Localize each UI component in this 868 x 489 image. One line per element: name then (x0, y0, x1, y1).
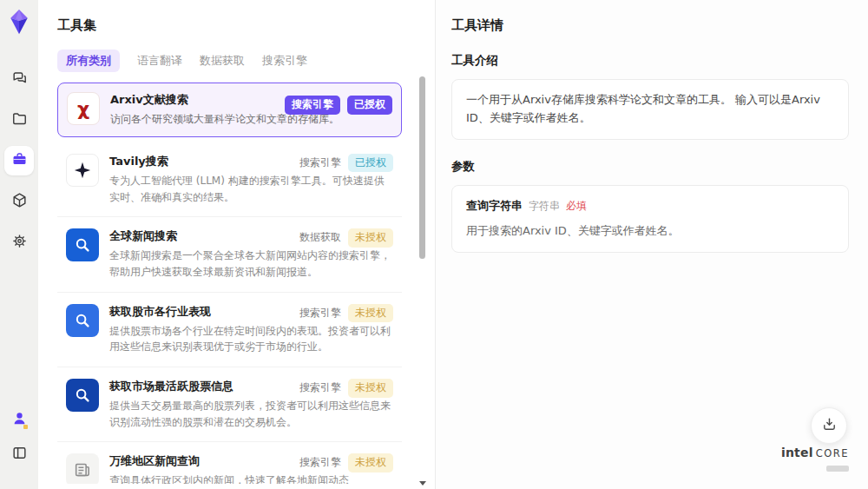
intel-ultra-badge (826, 466, 849, 472)
auth-status-badge: 已授权 (347, 96, 392, 115)
tab-data-fetch[interactable]: 数据获取 (200, 50, 245, 72)
param-required-badge: 必填 (566, 200, 587, 212)
download-icon (821, 416, 838, 436)
auth-status-badge: 未授权 (348, 228, 393, 248)
tool-badges: 搜索引擎 未授权 (299, 304, 393, 323)
tool-detail-panel: 工具详情 工具介绍 一个用于从Arxiv存储库搜索科学论文和文章的工具。 输入可… (436, 0, 868, 489)
list-item-arxiv-search[interactable]: χ Arxiv文献搜索 访问各个研究领域大量科学论文和文章的存储库。 搜索引擎 … (57, 83, 402, 137)
param-name: 查询字符串 (466, 199, 523, 212)
category-badge: 搜索引擎 (299, 453, 341, 472)
news-search-icon (66, 228, 99, 261)
category-badge: 搜索引擎 (299, 154, 341, 173)
briefcase-icon (11, 151, 28, 171)
list-scrollbar[interactable] (419, 73, 425, 486)
regional-news-icon (66, 453, 99, 484)
intel-wordmark: intel (781, 446, 813, 459)
intro-text: 一个用于从Arxiv存储库搜索科学论文和文章的工具。 输入可以是Arxiv ID… (466, 93, 820, 124)
auth-status-badge: 未授权 (348, 453, 393, 472)
core-wordmark: CORE (816, 447, 849, 459)
sidebar-item-toolbox[interactable] (4, 146, 34, 175)
app-logo-gem-icon (8, 9, 30, 35)
list-item-tavily-search[interactable]: Tavily搜索 专为人工智能代理 (LLM) 构建的搜索引擎工具。可快速提供实… (57, 142, 402, 217)
intro-heading: 工具介绍 (451, 53, 849, 69)
gear-icon (11, 233, 28, 253)
auth-status-badge: 已授权 (348, 154, 393, 173)
detail-title: 工具详情 (451, 17, 849, 34)
left-rail (0, 0, 38, 489)
stock-active-icon (66, 379, 99, 412)
tab-search-engine[interactable]: 搜索引擎 (262, 50, 307, 72)
tool-description: 全球新闻搜索是一个聚合全球各大新闻网站内容的搜索引擎，帮助用户快速获取全球最新资… (109, 248, 393, 280)
param-box: 查询字符串字符串必填 用于搜索的Arxiv ID、关键字或作者姓名。 (451, 185, 849, 254)
tool-description: 查询具体行政区划内的新闻，快速了解各地新闻动态 (109, 472, 393, 484)
tool-description: 提供股票市场各个行业在特定时间段内的表现。投资者可以利用这些信息来识别表现优于或… (109, 323, 393, 355)
scrollbar-thumb[interactable] (419, 76, 425, 259)
list-item-stock-industry-performance[interactable]: 获取股市各行业表现 提供股票市场各个行业在特定时间段内的表现。投资者可以利用这些… (57, 293, 402, 367)
sidebar-item-packages[interactable] (4, 187, 34, 216)
param-header: 查询字符串字符串必填 (466, 197, 834, 215)
intel-core-logo: intelCORE (781, 446, 849, 475)
tool-list: χ Arxiv文献搜索 访问各个研究领域大量科学论文和文章的存储库。 搜索引擎 … (57, 83, 435, 484)
auth-status-badge: 未授权 (348, 304, 393, 323)
stock-industry-icon (66, 304, 99, 337)
folder-icon (11, 110, 28, 130)
cube-icon (11, 192, 28, 212)
category-badge: 搜索引擎 (285, 96, 340, 115)
category-badge: 数据获取 (299, 228, 341, 248)
tab-language-translation[interactable]: 语言翻译 (137, 50, 182, 72)
tool-badges: 搜索引擎 未授权 (299, 379, 393, 398)
tool-badges: 搜索引擎 未授权 (299, 453, 393, 472)
tool-badges: 搜索引擎 已授权 (285, 96, 392, 115)
chat-icon (11, 69, 28, 89)
category-badge: 搜索引擎 (299, 379, 341, 398)
sidebar-item-account[interactable] (4, 405, 34, 434)
sidebar-item-collapse-panel[interactable] (4, 439, 34, 469)
param-description: 用于搜索的Arxiv ID、关键字或作者姓名。 (466, 222, 834, 241)
tool-badges: 数据获取 未授权 (299, 228, 393, 248)
tavily-icon (66, 154, 99, 187)
arxiv-icon: χ (67, 92, 100, 125)
params-heading: 参数 (451, 159, 849, 175)
category-tabs: 所有类别语言翻译数据获取搜索引擎 (57, 50, 435, 72)
user-status-dot (23, 425, 28, 429)
param-type: 字符串 (529, 200, 560, 212)
download-button[interactable] (811, 407, 847, 444)
tool-badges: 搜索引擎 已授权 (299, 154, 393, 173)
tools-panel: 工具集 所有类别语言翻译数据获取搜索引擎 χ Arxiv文献搜索 访问各个研究领… (38, 0, 436, 489)
scrollbar-down-arrow[interactable] (419, 481, 426, 486)
tab-all-categories[interactable]: 所有类别 (57, 50, 120, 72)
intro-box: 一个用于从Arxiv存储库搜索科学论文和文章的工具。 输入可以是Arxiv ID… (451, 79, 849, 140)
list-item-most-active-stocks[interactable]: 获取市场最活跃股票信息 提供当天交易量最高的股票列表，投资者可以利用这些信息来识… (57, 367, 402, 442)
auth-status-badge: 未授权 (348, 379, 393, 398)
app-window: 工具集 所有类别语言翻译数据获取搜索引擎 χ Arxiv文献搜索 访问各个研究领… (0, 0, 868, 489)
sidebar-item-settings[interactable] (4, 228, 34, 257)
tool-description: 专为人工智能代理 (LLM) 构建的搜索引擎工具。可快速提供实时、准确和真实的结… (109, 173, 393, 205)
tool-description: 提供当天交易量最高的股票列表，投资者可以利用这些信息来识别流动性强的股票和潜在的… (109, 398, 393, 430)
category-badge: 搜索引擎 (299, 304, 341, 323)
page-title: 工具集 (57, 17, 435, 34)
list-item-global-news-search[interactable]: 全球新闻搜索 全球新闻搜索是一个聚合全球各大新闻网站内容的搜索引擎，帮助用户快速… (57, 217, 402, 292)
panel-toggle-icon (11, 445, 28, 465)
sidebar-item-files[interactable] (4, 105, 34, 135)
sidebar-item-chat[interactable] (4, 64, 34, 94)
list-item-regional-news-query[interactable]: 万维地区新闻查询 查询具体行政区划内的新闻，快速了解各地新闻动态 搜索引擎 未授… (57, 442, 402, 484)
